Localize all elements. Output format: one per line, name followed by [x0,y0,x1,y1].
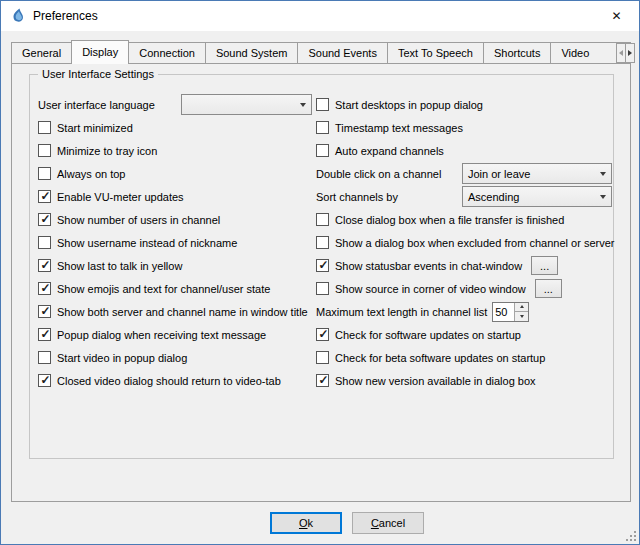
checkbox-show-number-of-users[interactable] [38,213,51,226]
tab-shortcuts[interactable]: Shortcuts [483,42,551,63]
titlebar[interactable]: Preferences ✕ [1,1,639,31]
checkbox-show-username-instead-of-nickname[interactable] [38,236,51,249]
checkbox-label[interactable]: Popup dialog when receiving text message [57,329,266,341]
checkbox-label[interactable]: Show username instead of nickname [57,237,237,249]
checkbox-label[interactable]: Enable VU-meter updates [57,191,184,203]
checkbox-label[interactable]: Show emojis and text for channel/user st… [57,283,270,295]
checkbox-start-desktops-in-popup[interactable] [316,98,329,111]
tab-sound-system[interactable]: Sound System [205,42,299,63]
double-click-combobox[interactable]: Join or leave [462,163,612,184]
sort-channels-label: Sort channels by [316,191,398,203]
spinner-arrows [514,303,528,321]
checkbox-label[interactable]: Show number of users in channel [57,214,220,226]
tab-sound-events[interactable]: Sound Events [297,42,388,63]
checkbox-label[interactable]: Closed video dialog should return to vid… [57,375,281,387]
checkbox-always-on-top[interactable] [38,167,51,180]
checkbox-timestamp-text-messages[interactable] [316,121,329,134]
spinner-down-button[interactable] [515,312,528,321]
statusbar-events-row: Show statusbar events in chat-window ... [316,254,612,277]
checkbox-row: Show emojis and text for channel/user st… [38,277,312,300]
checkbox-check-beta-updates[interactable] [316,351,329,364]
checkbox-label[interactable]: Minimize to tray icon [57,145,157,157]
max-text-length-row: Maximum text length in channel list [316,300,612,323]
checkbox-row: Check for software updates on startup [316,323,612,346]
checkbox-show-statusbar-events[interactable] [316,259,329,272]
checkbox-row: Popup dialog when receiving text message [38,323,312,346]
checkbox-show-source-video-window[interactable] [316,282,329,295]
checkbox-auto-expand-channels[interactable] [316,144,329,157]
checkbox-show-new-version-dialog[interactable] [316,374,329,387]
tab-scroll-right-button[interactable] [625,43,635,63]
checkbox-enable-vu-meter-updates[interactable] [38,190,51,203]
checkbox-label[interactable]: Timestamp text messages [335,122,463,134]
checkbox-label[interactable]: Always on top [57,168,125,180]
tab-pane-display: User Interface Settings User interface l… [11,63,631,502]
tab-connection[interactable]: Connection [128,42,206,63]
checkbox-label[interactable]: Show source in corner of video window [335,283,526,295]
checkbox-row: Show new version available in dialog box [316,369,612,392]
checkbox-row: Start desktops in popup dialog [316,93,612,116]
checkbox-row: Minimize to tray icon [38,139,312,162]
tab-display[interactable]: Display [71,40,129,64]
resize-grip[interactable] [624,529,637,542]
chevron-down-icon [294,95,311,114]
checkbox-show-last-to-talk-in-yellow[interactable] [38,259,51,272]
spinner-up-button[interactable] [515,303,528,313]
group-user-interface-settings: User Interface Settings User interface l… [29,74,614,459]
video-source-browse-button[interactable]: ... [535,279,562,298]
checkbox-row: Timestamp text messages [316,116,612,139]
tab-text-to-speech[interactable]: Text To Speech [387,42,484,63]
checkbox-label[interactable]: Close dialog box when a file transfer is… [335,214,564,226]
ok-button[interactable]: Ok [270,512,342,534]
checkbox-show-dialog-when-excluded[interactable] [316,236,329,249]
right-column: Start desktops in popup dialog Timestamp… [316,93,612,392]
spinner-down-icon [520,315,524,318]
arrow-right-icon [628,50,632,56]
chevron-down-icon [594,164,611,183]
checkbox-label[interactable]: Show both server and channel name in win… [57,306,308,318]
checkbox-show-emojis-and-text[interactable] [38,282,51,295]
checkbox-minimize-to-tray-icon[interactable] [38,144,51,157]
max-text-length-label: Maximum text length in channel list [316,306,487,318]
checkbox-show-server-and-channel-in-title[interactable] [38,305,51,318]
checkbox-row: Enable VU-meter updates [38,185,312,208]
checkbox-label[interactable]: Check for beta software updates on start… [335,352,545,364]
checkbox-closed-video-return-video-tab[interactable] [38,374,51,387]
checkbox-label[interactable]: Show a dialog box when excluded from cha… [335,237,614,249]
checkbox-label[interactable]: Start video in popup dialog [57,352,187,364]
checkbox-popup-dialog-text-message[interactable] [38,328,51,341]
close-button[interactable]: ✕ [594,1,639,30]
checkbox-label[interactable]: Start minimized [57,122,133,134]
window-title: Preferences [33,9,98,23]
close-icon: ✕ [611,9,621,23]
ellipsis-label: ... [540,261,549,271]
checkbox-start-minimized[interactable] [38,121,51,134]
left-column: User interface language Start minimized … [38,93,312,392]
tab-general[interactable]: General [11,42,72,63]
sort-channels-combobox-value: Ascending [463,191,594,203]
checkbox-label[interactable]: Show statusbar events in chat-window [335,260,522,272]
checkbox-row: Start video in popup dialog [38,346,312,369]
double-click-row: Double click on a channel Join or leave [316,162,612,185]
checkbox-row: Start minimized [38,116,312,139]
checkbox-check-software-updates[interactable] [316,328,329,341]
language-label: User interface language [38,99,155,111]
checkbox-label[interactable]: Start desktops in popup dialog [335,99,483,111]
chevron-down-icon [594,187,611,206]
sort-channels-combobox[interactable]: Ascending [462,186,612,207]
cancel-button[interactable]: Cancel [352,512,424,534]
checkbox-row: Closed video dialog should return to vid… [38,369,312,392]
group-title: User Interface Settings [38,67,158,81]
checkbox-start-video-in-popup[interactable] [38,351,51,364]
checkbox-row: Show both server and channel name in win… [38,300,312,323]
checkbox-label[interactable]: Check for software updates on startup [335,329,521,341]
ok-button-label: Ok [299,517,313,529]
checkbox-label[interactable]: Show new version available in dialog box [335,375,536,387]
checkbox-row: Show number of users in channel [38,208,312,231]
checkbox-close-dialog-file-transfer[interactable] [316,213,329,226]
language-combobox[interactable] [181,94,312,115]
statusbar-events-browse-button[interactable]: ... [531,256,558,275]
checkbox-label[interactable]: Auto expand channels [335,145,444,157]
max-text-length-input[interactable] [493,303,514,321]
checkbox-label[interactable]: Show last to talk in yellow [57,260,182,272]
